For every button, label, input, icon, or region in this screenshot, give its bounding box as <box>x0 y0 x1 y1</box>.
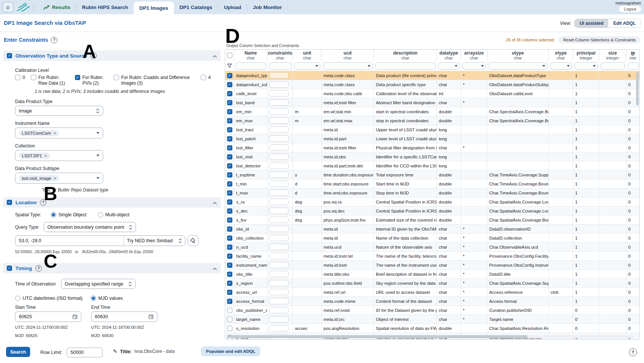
radio-icon[interactable] <box>15 296 20 301</box>
constraint-input-dataproduct_type[interactable] <box>269 72 288 79</box>
row-checkbox-t_max[interactable] <box>227 190 232 196</box>
radio-mjd-values[interactable]: MJD values <box>91 296 123 301</box>
row-checkbox-calib_level[interactable] <box>227 91 232 96</box>
filter-principal-select[interactable] <box>575 62 598 70</box>
chevron-up-icon[interactable] <box>213 199 217 206</box>
constraint-input-t_min[interactable] <box>269 181 288 187</box>
query-type-select[interactable]: Observation boundary contains point <box>44 222 136 232</box>
table-row-lsst_filter[interactable]: lsst_filtermeta.id;instr.filterPhysical … <box>225 143 639 152</box>
constraint-input-lsst_filter[interactable] <box>269 144 288 151</box>
constraint-input-instrument_name[interactable] <box>269 262 288 268</box>
row-limit-input[interactable]: 50000 <box>67 348 103 357</box>
table-settings-gear-icon[interactable]: ⚙ <box>630 52 635 56</box>
constraint-input-target_name[interactable] <box>269 316 288 322</box>
pencil-icon[interactable]: ✎ <box>113 348 118 354</box>
row-checkbox-lsst_detector[interactable] <box>227 163 232 169</box>
filter-xtype-select[interactable] <box>550 62 572 70</box>
table-row-s_resolution[interactable]: s_resolutionarcsecpos.angResolutionSpati… <box>225 324 639 333</box>
resolver-select[interactable]: Try NED then Simbad <box>124 236 185 246</box>
constraint-input-lsst_patch[interactable] <box>269 135 288 142</box>
filter-ucd-select[interactable] <box>323 62 372 70</box>
close-icon[interactable]: × <box>53 131 56 135</box>
constraint-input-s_ra[interactable] <box>269 199 288 205</box>
help-icon[interactable]: ? <box>51 37 57 43</box>
table-row-obs_publisher_did[interactable]: obs_publisher_didmeta.ref.ivoidID for th… <box>225 305 639 314</box>
constraint-input-obs_id[interactable] <box>269 226 288 232</box>
section-observation-checkbox[interactable] <box>7 53 12 58</box>
constraint-input-access_format[interactable] <box>269 298 288 304</box>
calib-option-raw[interactable]: For Rubin: Raw Data (1) <box>31 75 69 86</box>
section-observation-type-header[interactable]: Observation Type and Source ? <box>3 50 221 61</box>
constraint-input-t_max[interactable] <box>269 190 288 196</box>
close-icon[interactable]: × <box>44 153 47 158</box>
calib-option-0[interactable]: 0 <box>15 75 25 80</box>
populate-adql-button[interactable]: Populate and edit ADQL <box>201 346 260 356</box>
column-header-unit[interactable]: unitchar <box>293 50 322 61</box>
filter-unit-select[interactable] <box>295 62 320 70</box>
constraint-input-obs_publisher_did[interactable] <box>269 307 288 313</box>
calib-option-pvis[interactable]: For Rubin: PVIs (2) <box>75 75 108 86</box>
chevron-up-icon[interactable] <box>213 52 217 59</box>
reset-columns-button[interactable]: Reset Column Selections & Constraints <box>559 36 640 44</box>
row-checkbox-lsst_band[interactable] <box>227 100 232 105</box>
radio-utc-format[interactable]: UTC date/times (ISO format) <box>15 296 82 301</box>
filter-utype-select[interactable] <box>489 62 547 70</box>
section-location-checkbox[interactable] <box>7 200 12 205</box>
table-row-s_region[interactable]: s_regionpos.outline;obs.fieldSky region … <box>225 278 639 287</box>
table-row-t_min[interactable]: t_mindtime.start;obs.exposureStart time … <box>225 179 639 188</box>
table-row-em_max[interactable]: em_maxmem.wl;stat.maxstop in spectral co… <box>225 116 639 125</box>
column-header-constraints[interactable]: constraintschar <box>267 50 293 61</box>
row-checkbox-o_ucd[interactable] <box>227 245 232 250</box>
view-option-ui-assisted[interactable]: UI assisted <box>575 19 608 27</box>
column-header-datatype[interactable]: datatypechar <box>437 50 461 61</box>
coordinates-input[interactable]: 53.0, -28.0 <box>15 236 124 246</box>
radio-multi-object[interactable]: Multi-object <box>98 212 130 217</box>
row-checkbox-t_min[interactable] <box>227 181 232 187</box>
table-row-dataproduct_subtype[interactable]: dataproduct_subtypemeta.code.classData p… <box>225 80 639 89</box>
row-checkbox-t_exptime[interactable] <box>227 172 232 178</box>
row-checkbox-access_url[interactable] <box>227 290 232 295</box>
constraint-input-lsst_tract[interactable] <box>269 126 288 133</box>
column-header-ucd[interactable]: ucdchar <box>322 50 374 61</box>
checkbox[interactable] <box>15 75 20 80</box>
pick-position-icon[interactable] <box>188 235 198 246</box>
vertical-scrollbar[interactable] <box>636 72 639 105</box>
constraint-input-t_exptime[interactable] <box>269 172 288 178</box>
select-all-checkbox[interactable] <box>227 53 232 58</box>
section-timing-header[interactable]: Timing ? <box>3 263 221 273</box>
row-checkbox-obs_collection[interactable] <box>227 235 232 241</box>
constraint-input-obs_collection[interactable] <box>269 235 288 241</box>
row-checkbox-obs_id[interactable] <box>227 226 232 232</box>
row-checkbox-obs_title[interactable] <box>227 272 232 277</box>
logout-button[interactable]: Logout <box>619 6 641 12</box>
table-row-access_format[interactable]: access_formatmeta.code.mimeContent forma… <box>225 296 639 305</box>
filter-constraints-input[interactable] <box>269 62 291 70</box>
page-help-icon[interactable]: ? <box>629 348 637 356</box>
scrollbar-thumb[interactable] <box>227 335 528 338</box>
table-row-facility_name[interactable]: facility_namemeta.id;instr.telThe name o… <box>225 251 639 260</box>
column-header-xtype[interactable]: xtypechar <box>549 50 573 61</box>
table-row-o_ucd[interactable]: o_ucdmeta.ucdNature of the observable ax… <box>225 242 639 251</box>
row-checkbox-s_dec[interactable] <box>227 208 232 214</box>
constraint-input-s_fov[interactable] <box>269 217 288 223</box>
constraint-input-access_url[interactable] <box>269 289 288 295</box>
filter-arraysize-select[interactable] <box>462 62 486 70</box>
table-row-t_max[interactable]: t_maxdtime.end;obs.exposureStop time in … <box>225 188 639 197</box>
table-row-lsst_detector[interactable]: lsst_detectormeta.id.part;instr.detIdent… <box>225 161 639 170</box>
row-checkbox-dataproduct_type[interactable] <box>227 73 232 78</box>
horizontal-scrollbar[interactable] <box>227 335 633 338</box>
tab-dp1-catalogs[interactable]: DP1 Catalogs <box>174 0 218 14</box>
row-checkbox-facility_name[interactable] <box>227 254 232 259</box>
tab-results[interactable]: Results <box>38 0 76 14</box>
calib-option-4[interactable]: 4 <box>201 75 211 80</box>
table-row-dataproduct_type[interactable]: dataproduct_typemeta.code.classData prod… <box>225 71 639 80</box>
section-location-header[interactable]: Location ? <box>3 197 221 208</box>
table-row-obs_collection[interactable]: obs_collectionmeta.idName of the data co… <box>225 233 639 242</box>
row-checkbox-lsst_filter[interactable] <box>227 145 232 150</box>
constraint-input-s_dec[interactable] <box>269 208 288 214</box>
column-header-Name[interactable]: Namechar <box>234 50 267 61</box>
table-row-lsst_tract[interactable]: lsst_tractmeta.idUpper level of LSST coa… <box>225 125 639 134</box>
column-header-size[interactable]: sizeinteger <box>599 50 626 61</box>
radio-icon[interactable] <box>51 212 56 217</box>
constraint-input-facility_name[interactable] <box>269 253 288 259</box>
